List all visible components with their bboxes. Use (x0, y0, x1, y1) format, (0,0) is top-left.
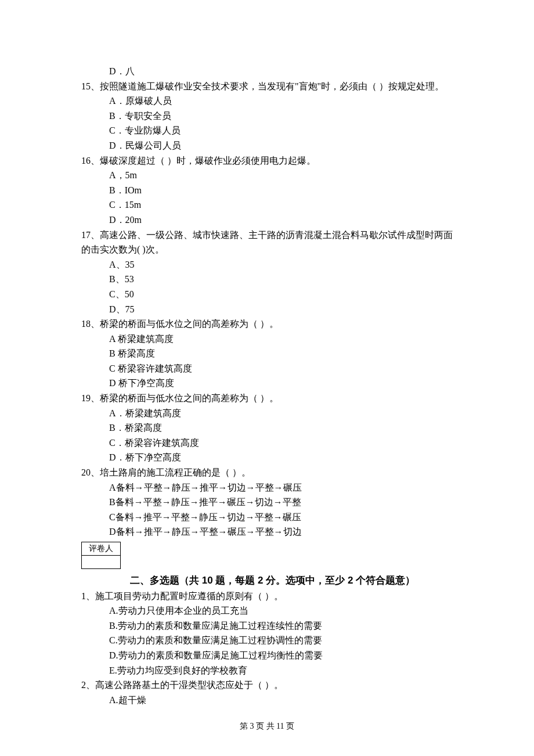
q19-option-b: B．桥梁高度 (81, 420, 453, 435)
q18-option-b: B 桥梁高度 (81, 346, 453, 361)
q19-stem: 19、桥梁的桥面与低水位之间的高差称为（ ）。 (81, 391, 453, 406)
q17-option-b: B、53 (81, 272, 453, 287)
q20-option-b: B备料→平整→静压→推平→碾压→切边→平整 (81, 495, 453, 510)
q17-option-a: A、35 (81, 257, 453, 272)
q15-stem: 15、按照隧道施工爆破作业安全技术要求，当发现有"盲炮"时，必须由（ ）按规定处… (81, 79, 453, 94)
q18-option-a: A 桥梁建筑高度 (81, 332, 453, 347)
q16-option-c: C．15m (81, 197, 453, 213)
q15-option-a: A．原爆破人员 (81, 93, 453, 109)
mq1-option-a: A.劳动力只使用本企业的员工充当 (81, 603, 453, 618)
q15-option-b: B．专职安全员 (81, 109, 453, 124)
grader-box: 评卷人 (81, 542, 121, 569)
q18-option-d: D 桥下净空高度 (81, 376, 453, 391)
mq1-option-e: E.劳动力均应受到良好的学校教育 (81, 663, 453, 678)
mq2-stem: 2、高速公路路基土的干湿类型状态应处于（ ）。 (81, 678, 453, 693)
q18-option-c: C 桥梁容许建筑高度 (81, 361, 453, 376)
q17-option-c: C、50 (81, 287, 453, 302)
mq1-stem: 1、施工项目劳动力配置时应遵循的原则有（ ）。 (81, 589, 453, 604)
mq2-option-a: A.超干燥 (81, 693, 453, 708)
q16-option-b: B．IOm (81, 183, 453, 198)
grader-label-cell: 评卷人 (82, 542, 121, 556)
q19-option-c: C．桥梁容许建筑高度 (81, 435, 453, 451)
q20-option-a: A备料→平整→静压→推平→切边→平整→碾压 (81, 480, 453, 495)
mq1-option-d: D.劳动力的素质和数量应满足施工过程均衡性的需要 (81, 648, 453, 663)
q16-stem: 16、爆破深度超过（ ）时，爆破作业必须使用电力起爆。 (81, 153, 453, 168)
q20-stem: 20、培土路肩的施工流程正确的是（ ）。 (81, 465, 453, 480)
q15-option-d: D．民爆公司人员 (81, 138, 453, 153)
page-footer: 第 3 页 共 11 页 (81, 720, 453, 733)
section-2-title: 二、多选题（共 10 题，每题 2 分。选项中，至少 2 个符合题意） (130, 573, 415, 588)
q16-option-a: A，5m (81, 168, 453, 183)
mq1-option-c: C.劳动力的素质和数量应满足施工过程协调性的需要 (81, 633, 453, 648)
grader-empty-cell (82, 556, 121, 569)
mq1-option-b: B.劳动力的素质和数量应满足施工过程连续性的需要 (81, 618, 453, 633)
q16-option-d: D．20m (81, 213, 453, 228)
q19-option-d: D．桥下净空高度 (81, 450, 453, 465)
q20-option-c: C备料→推平→平整→静压→切边→平整→碾压 (81, 510, 453, 525)
q15-option-c: C．专业防爆人员 (81, 123, 453, 138)
q17-stem: 17、高速公路、一级公路、城市快速路、主干路的沥青混凝土混合料马歇尔试件成型时两… (81, 228, 453, 257)
option-text: 八 (125, 66, 135, 76)
q14-option-d: D．八 (81, 64, 453, 79)
q19-option-a: A．桥梁建筑高度 (81, 406, 453, 421)
q18-stem: 18、桥梁的桥面与低水位之间的高差称为（ ）。 (81, 316, 453, 332)
q20-option-d: D备料→推平→静压→平整→碾压→平整→切边 (81, 524, 453, 539)
option-label: D． (109, 66, 125, 76)
q17-option-d: D、75 (81, 302, 453, 317)
